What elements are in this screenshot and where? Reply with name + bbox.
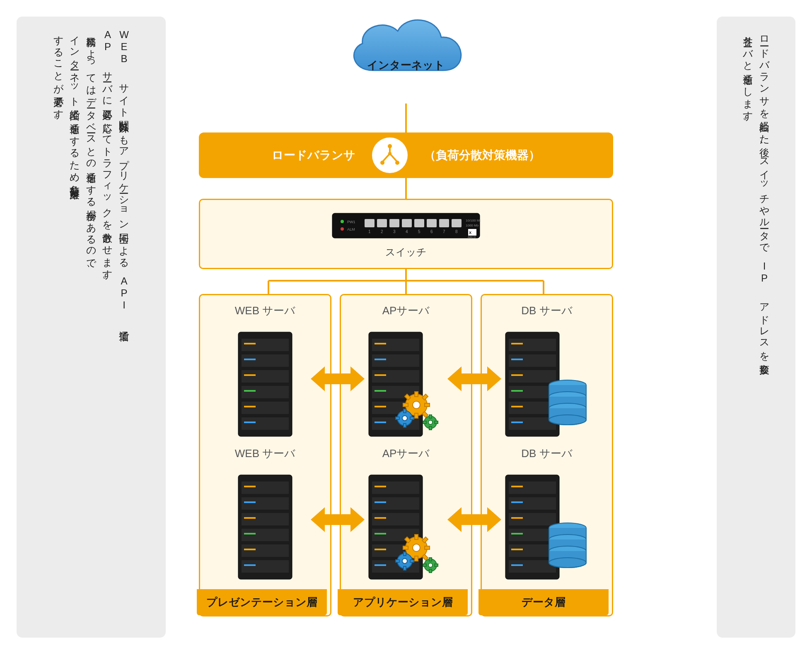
svg-rect-106 bbox=[375, 486, 386, 487]
connector-cloud-to-lb bbox=[405, 104, 407, 132]
svg-rect-115 bbox=[415, 556, 418, 561]
svg-text:3: 3 bbox=[393, 229, 396, 234]
svg-rect-65 bbox=[372, 339, 419, 351]
svg-rect-80 bbox=[415, 413, 418, 418]
svg-rect-75 bbox=[375, 406, 386, 407]
svg-text:ALM: ALM bbox=[347, 227, 355, 231]
svg-rect-57 bbox=[242, 560, 289, 573]
ap-server-label-1: APサーバ bbox=[382, 303, 430, 318]
svg-rect-47 bbox=[244, 374, 256, 376]
svg-rect-41 bbox=[242, 370, 289, 383]
svg-rect-165 bbox=[511, 549, 523, 550]
svg-rect-136 bbox=[509, 354, 556, 367]
svg-point-78 bbox=[413, 401, 420, 409]
svg-point-4 bbox=[380, 161, 384, 165]
svg-point-129 bbox=[428, 563, 433, 567]
svg-rect-59 bbox=[244, 501, 256, 503]
tier-application-footer: アプリケーション層 bbox=[338, 589, 468, 615]
svg-rect-54 bbox=[242, 513, 289, 525]
svg-rect-121 bbox=[422, 554, 428, 560]
tier-presentation: WEB サーバ WEB サーバ プレゼンテーション層 bbox=[199, 294, 331, 616]
db-server-label-1: DB サーバ bbox=[521, 303, 572, 318]
svg-rect-144 bbox=[511, 390, 523, 392]
switch-label: スイッチ bbox=[385, 246, 427, 259]
svg-rect-62 bbox=[244, 549, 256, 550]
tiers-row: WEB サーバ WEB サーバ プレゼンテーション層 bbox=[199, 294, 613, 616]
svg-rect-127 bbox=[410, 560, 414, 562]
svg-rect-130 bbox=[429, 558, 432, 561]
svg-rect-86 bbox=[422, 412, 428, 417]
annotation-left-line3: 業務によってはデータベースとの通信をする場合があるので、 bbox=[83, 29, 99, 625]
tier-application: APサーバ bbox=[340, 294, 472, 616]
svg-text:2: 2 bbox=[381, 229, 383, 234]
svg-rect-125 bbox=[404, 566, 406, 570]
svg-rect-137 bbox=[509, 370, 556, 383]
svg-rect-92 bbox=[410, 417, 414, 419]
svg-rect-107 bbox=[375, 501, 386, 503]
svg-text:5: 5 bbox=[418, 229, 420, 234]
svg-rect-53 bbox=[242, 497, 289, 510]
svg-rect-98 bbox=[435, 421, 438, 424]
db-server-label-2: DB サーバ bbox=[521, 446, 572, 461]
svg-rect-14 bbox=[377, 219, 387, 227]
svg-rect-89 bbox=[404, 409, 406, 413]
svg-rect-146 bbox=[511, 421, 523, 423]
svg-rect-102 bbox=[372, 513, 419, 525]
annotation-left-line4: インターネット経由で通信をするため負荷分散対策を bbox=[67, 29, 83, 625]
svg-rect-12 bbox=[365, 219, 375, 227]
server-rack-db-icon bbox=[501, 330, 592, 438]
svg-rect-24 bbox=[439, 219, 449, 227]
svg-rect-61 bbox=[244, 533, 256, 535]
server-rack-db-icon bbox=[501, 473, 592, 581]
annotation-right-line2: 各サーバと通信をします。 bbox=[740, 29, 756, 625]
server-rack-icon bbox=[234, 330, 296, 438]
svg-rect-114 bbox=[415, 535, 418, 539]
svg-point-3 bbox=[388, 144, 392, 148]
svg-rect-95 bbox=[429, 415, 432, 418]
svg-rect-96 bbox=[429, 426, 432, 430]
svg-rect-164 bbox=[511, 533, 523, 535]
svg-point-6 bbox=[388, 152, 392, 155]
svg-rect-131 bbox=[429, 569, 432, 573]
svg-point-5 bbox=[395, 161, 399, 165]
svg-line-2 bbox=[390, 154, 397, 162]
svg-text:8: 8 bbox=[455, 229, 458, 234]
svg-rect-16 bbox=[389, 219, 399, 227]
svg-text:7: 7 bbox=[443, 229, 445, 234]
svg-rect-18 bbox=[402, 219, 412, 227]
annotation-left: WEB サイト閲覧以外にもアプリケーション同士による API 通信で AP サー… bbox=[17, 17, 166, 638]
svg-rect-97 bbox=[423, 421, 426, 424]
svg-rect-55 bbox=[242, 529, 289, 541]
svg-rect-142 bbox=[511, 359, 523, 360]
svg-rect-22 bbox=[427, 219, 437, 227]
load-balancer-label-left: ロードバランサ bbox=[272, 147, 355, 163]
svg-rect-60 bbox=[244, 517, 256, 519]
cloud-label: インターネット bbox=[199, 58, 613, 72]
svg-rect-45 bbox=[244, 343, 256, 344]
svg-rect-20 bbox=[414, 219, 424, 227]
svg-rect-63 bbox=[244, 564, 256, 566]
svg-rect-43 bbox=[242, 402, 289, 414]
svg-point-113 bbox=[413, 544, 420, 551]
svg-rect-82 bbox=[425, 403, 430, 407]
svg-rect-73 bbox=[375, 374, 386, 376]
svg-rect-58 bbox=[244, 486, 256, 487]
svg-rect-143 bbox=[511, 374, 523, 376]
svg-text:PW1: PW1 bbox=[347, 220, 355, 224]
svg-rect-76 bbox=[375, 421, 386, 423]
svg-rect-166 bbox=[511, 564, 523, 566]
svg-text:1: 1 bbox=[368, 229, 371, 234]
annotation-left-line5: することが必要です。 bbox=[50, 29, 67, 625]
svg-rect-91 bbox=[396, 417, 399, 419]
svg-rect-161 bbox=[511, 486, 523, 487]
svg-text:1000 Mb: 1000 Mb bbox=[466, 224, 479, 227]
svg-rect-81 bbox=[403, 403, 408, 407]
svg-rect-100 bbox=[372, 482, 419, 494]
svg-rect-72 bbox=[375, 359, 386, 360]
svg-rect-79 bbox=[415, 392, 418, 397]
tier-data-footer: データ層 bbox=[479, 589, 609, 615]
svg-rect-39 bbox=[242, 339, 289, 351]
load-balancer-icon bbox=[372, 137, 408, 173]
load-balancer-label-right: （負荷分散対策機器） bbox=[424, 147, 540, 163]
switch-icon: PW1 ALM 1 2 3 4 5 6 7 8 10/100 Mb 1000 M… bbox=[331, 209, 481, 242]
